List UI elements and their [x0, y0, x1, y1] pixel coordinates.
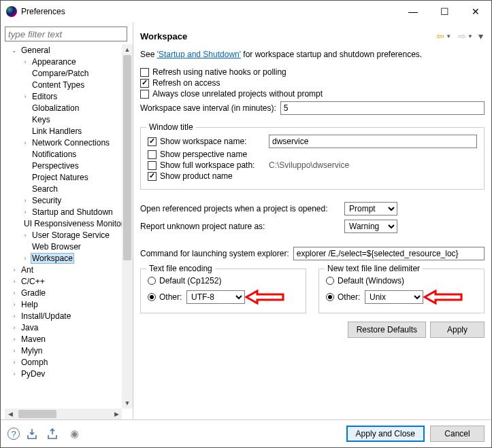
show-workspace-name-checkbox[interactable]: [148, 137, 157, 146]
workspace-name-input[interactable]: [269, 135, 477, 148]
tree-item[interactable]: Compare/Patch: [6, 67, 122, 79]
maximize-button[interactable]: ☐: [429, 1, 460, 22]
tree-scroll-thumb[interactable]: [123, 55, 131, 260]
chevron-right-icon[interactable]: ›: [21, 208, 29, 216]
tree-item[interactable]: Globalization: [6, 102, 122, 114]
tree-item[interactable]: Keys: [6, 114, 122, 125]
scroll-right-icon[interactable]: ▶: [111, 409, 122, 419]
chevron-right-icon[interactable]: ›: [10, 289, 18, 297]
titlebar: Preferences — ☐ ✕: [1, 1, 491, 22]
tree-hscroll-thumb[interactable]: [18, 410, 56, 418]
tree-item[interactable]: ›Maven: [6, 333, 122, 345]
tree-item[interactable]: ›Help: [6, 298, 122, 310]
forward-button[interactable]: ⇨▼: [457, 31, 474, 41]
tree-horizontal-scrollbar[interactable]: ◀ ▶: [5, 409, 122, 419]
open-referenced-select[interactable]: Prompt: [344, 202, 397, 216]
refresh-native-checkbox[interactable]: [140, 68, 149, 77]
chevron-right-icon[interactable]: ›: [10, 370, 18, 378]
chevron-right-icon[interactable]: ›: [10, 277, 18, 286]
chevron-right-icon[interactable]: ›: [10, 324, 18, 332]
expander-placeholder: [21, 243, 29, 251]
scroll-left-icon[interactable]: ◀: [5, 409, 16, 419]
close-button[interactable]: ✕: [460, 1, 491, 22]
tree-item[interactable]: ›C/C++: [6, 275, 122, 287]
tree-vertical-scrollbar[interactable]: ▲ ▼: [122, 44, 133, 409]
tree-item-label: Globalization: [31, 103, 80, 113]
chevron-right-icon[interactable]: ›: [21, 139, 29, 147]
chevron-right-icon[interactable]: ›: [10, 335, 18, 343]
encoding-select[interactable]: UTF-8: [186, 290, 245, 304]
restore-defaults-button[interactable]: Restore Defaults: [348, 322, 426, 338]
oomph-icon[interactable]: ◉: [67, 427, 81, 441]
tree-item[interactable]: Search: [6, 183, 122, 194]
show-product-checkbox[interactable]: [148, 172, 157, 181]
tree-item[interactable]: Web Browser: [6, 241, 122, 252]
startup-shutdown-link[interactable]: 'Startup and Shutdown': [157, 50, 241, 59]
unknown-nature-select[interactable]: Warning: [344, 220, 397, 233]
delimiter-other-radio[interactable]: [326, 293, 334, 301]
delimiter-default-radio[interactable]: [326, 277, 334, 285]
tree-item[interactable]: ›Network Connections: [6, 137, 122, 148]
tree-item[interactable]: ›Editors: [6, 90, 122, 102]
tree-item-label: Project Natures: [31, 173, 90, 182]
show-full-path-checkbox[interactable]: [148, 161, 157, 170]
chevron-right-icon[interactable]: ›: [21, 58, 29, 66]
cancel-button[interactable]: Cancel: [430, 426, 485, 442]
import-icon[interactable]: [27, 427, 40, 441]
minimize-button[interactable]: —: [397, 1, 429, 22]
show-perspective-checkbox[interactable]: [148, 150, 157, 159]
tree-item-label: Oomph: [20, 358, 49, 367]
chevron-down-icon[interactable]: ⌄: [10, 46, 18, 54]
tree-item[interactable]: ›Mylyn: [6, 345, 122, 356]
apply-and-close-button[interactable]: Apply and Close: [346, 426, 425, 442]
filter-input[interactable]: [5, 27, 127, 41]
chevron-right-icon[interactable]: ›: [10, 312, 18, 320]
tree-item[interactable]: ›Security: [6, 194, 122, 206]
delimiter-select[interactable]: Unix: [365, 290, 423, 304]
chevron-right-icon[interactable]: ›: [21, 92, 29, 101]
chevron-right-icon[interactable]: ›: [10, 266, 18, 274]
tree-item[interactable]: ›User Storage Service: [6, 229, 122, 241]
tree-item[interactable]: Content Types: [6, 79, 122, 90]
tree-item[interactable]: ›Appearance: [6, 56, 122, 67]
tree-item[interactable]: ›Gradle: [6, 287, 122, 298]
scroll-down-icon[interactable]: ▼: [122, 398, 133, 409]
save-interval-input[interactable]: [280, 101, 485, 115]
system-explorer-input[interactable]: [293, 247, 485, 260]
refresh-access-checkbox[interactable]: [140, 79, 149, 88]
tree-item[interactable]: Notifications: [6, 148, 122, 160]
tree-item[interactable]: ›Workspace: [6, 252, 122, 264]
tree-item[interactable]: ›Java: [6, 322, 122, 333]
tree-item[interactable]: ›Ant: [6, 264, 122, 275]
chevron-right-icon[interactable]: ›: [10, 358, 18, 366]
help-icon[interactable]: ?: [7, 428, 20, 440]
chevron-right-icon[interactable]: ›: [21, 254, 29, 262]
tree-item[interactable]: UI Responsiveness Monitoring: [6, 218, 122, 229]
back-button[interactable]: ⇦▼: [435, 31, 453, 41]
preference-tree[interactable]: ⌄General›AppearanceCompare/PatchContent …: [5, 44, 122, 409]
chevron-right-icon[interactable]: ›: [21, 196, 29, 205]
tree-item[interactable]: ›Startup and Shutdown: [6, 206, 122, 218]
tree-item-label: Network Connections: [31, 138, 111, 148]
encoding-default-radio[interactable]: [148, 277, 156, 285]
tree-item-label: Keys: [31, 115, 52, 124]
scroll-up-icon[interactable]: ▲: [122, 44, 133, 55]
tree-item[interactable]: ›PyDev: [6, 368, 122, 379]
tree-item[interactable]: ›Install/Update: [6, 310, 122, 322]
tree-item[interactable]: Project Natures: [6, 171, 122, 183]
apply-button[interactable]: Apply: [430, 322, 485, 338]
chevron-right-icon[interactable]: ›: [10, 347, 18, 355]
tree-item[interactable]: ›Oomph: [6, 356, 122, 368]
export-icon[interactable]: [47, 427, 61, 441]
chevron-right-icon[interactable]: ›: [21, 231, 29, 239]
expander-placeholder: [21, 150, 29, 158]
encoding-other-radio[interactable]: [148, 293, 156, 301]
refresh-native-label: Refresh using native hooks or polling: [152, 67, 286, 77]
tree-item[interactable]: ⌄General: [6, 44, 122, 56]
tree-item[interactable]: Perspectives: [6, 160, 122, 171]
open-referenced-label: Open referenced projects when a project …: [140, 204, 344, 213]
menu-button[interactable]: ▾: [477, 31, 485, 41]
close-unrelated-checkbox[interactable]: [140, 90, 149, 99]
chevron-right-icon[interactable]: ›: [10, 300, 18, 309]
tree-item[interactable]: Link Handlers: [6, 125, 122, 137]
